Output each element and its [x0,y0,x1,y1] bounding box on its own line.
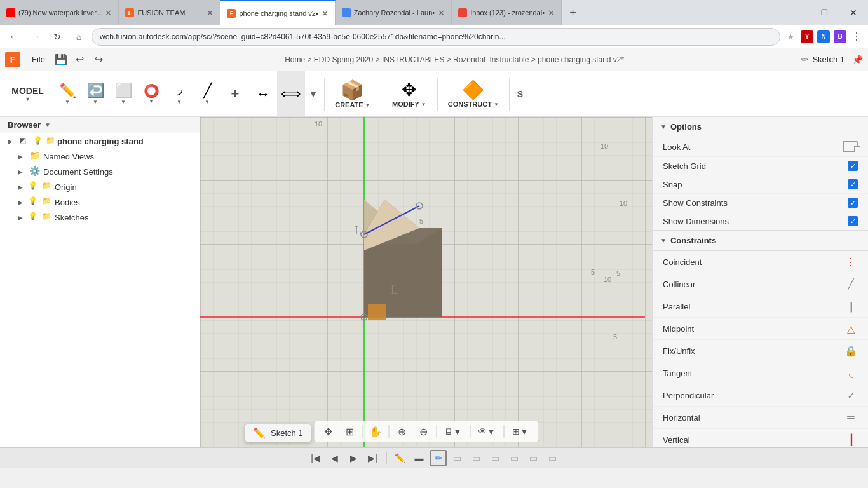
nav-sketch-edit[interactable]: ✏️ [392,450,409,466]
canvas-area[interactable]: 10 5 5 5 5 10 10 [200,117,652,447]
nav-next-end[interactable]: ▶| [365,450,381,466]
vertical-label: Vertical [663,435,690,445]
sketch-grid-item[interactable]: Sketch Grid ✓ [653,157,868,175]
nav-icon5[interactable]: ▭ [468,450,485,466]
construct-group[interactable]: 🔶 CONSTRUCT ▼ [440,71,506,117]
toolbar-undo[interactable]: ↩ [72,51,88,68]
show-constraints-checkbox[interactable]: ✓ [848,198,858,208]
create-group[interactable]: 📦 CREATE ▼ [327,71,378,117]
refresh-btn[interactable]: ↻ [48,28,66,46]
tab-zachary-label: Zachary Rozendal - Laun• [354,9,435,17]
inspect-group[interactable]: S [512,71,528,117]
modify-group[interactable]: ✥ MODIFY ▼ [384,71,435,117]
vc-copy[interactable]: ⊞ [339,423,360,440]
tool-rect[interactable]: ⬜ ▼ [109,71,137,117]
sketch-popup[interactable]: ✏️ Sketch 1 [245,424,311,442]
show-dimensions-item[interactable]: Show Dimensions ✓ [653,212,868,231]
snap-item[interactable]: Snap ✓ [653,175,868,194]
vc-display[interactable]: 🖥▼ [439,423,467,440]
tool-circle[interactable]: ⭕ ▼ [137,71,165,117]
file-menu[interactable]: File [27,53,50,65]
show-constraints-item[interactable]: Show Constraints ✓ [653,194,868,212]
tab-yt[interactable]: (79) New waterpark inver... ✕ [0,0,119,25]
nav-icon7[interactable]: ▭ [506,450,523,466]
tool-undo[interactable]: ↩️ ▼ [81,71,109,117]
restore-btn[interactable]: ❐ [810,0,839,25]
ext-icon2[interactable]: N [817,30,830,43]
look-at-label: Look At [663,142,690,152]
tab-yt-close[interactable]: ✕ [105,8,112,18]
vc-pan[interactable]: ✋ [365,423,386,440]
tree-root[interactable]: ▶ ◩ 💡 📁 phone charging stand [0,133,200,149]
ext-icon1[interactable]: Y [801,30,813,43]
vc-grid[interactable]: ⊞▼ [506,423,534,440]
tab-zachary[interactable]: Zachary Rozendal - Laun• ✕ [336,0,452,25]
address-input[interactable] [92,28,780,46]
options-section-header[interactable]: ▼ Options [653,117,868,137]
show-dimensions-checkbox[interactable]: ✓ [848,216,858,226]
perpendicular-label: Perpendicular [663,391,714,400]
tab-fusion2-close[interactable]: ✕ [322,9,329,18]
constraint-tangent[interactable]: Tangent ◟ [653,362,868,384]
toolbar-save[interactable]: 💾 [53,51,69,68]
vc-move[interactable]: ✥ [318,423,338,440]
constraint-vertical[interactable]: Vertical ║ [653,429,868,447]
constraint-horizontal[interactable]: Horizontal ═ [653,407,868,429]
home-btn[interactable]: ⌂ [70,28,88,46]
pin-icon[interactable]: 📌 [852,55,863,65]
tab-gmail[interactable]: Inbox (123) - zrozendal• ✕ [452,0,562,25]
constraint-midpoint[interactable]: Midpoint △ [653,318,868,340]
tool-arc[interactable]: ◜ ▼ [165,71,193,117]
browser-header[interactable]: Browser ▼ [0,117,200,133]
sketch-tool-icon: ✏️ [59,83,76,99]
star-icon[interactable]: ★ [784,30,797,43]
nav-sketch2[interactable]: ✏ [430,450,447,466]
tab-zachary-close[interactable]: ✕ [438,8,445,18]
tree-named-views[interactable]: ▶ 📁 Named Views [0,149,200,164]
constraint-perpendicular[interactable]: Perpendicular ✓ [653,384,868,407]
tab-fusion1[interactable]: F FUSION TEAM ✕ [119,0,220,25]
tab-fusion1-close[interactable]: ✕ [207,8,214,18]
nav-icon8[interactable]: ▭ [526,450,542,466]
tab-fusion2[interactable]: F phone charging stand v2• ✕ [220,0,335,25]
nav-icon4[interactable]: ▭ [449,450,466,466]
minimize-btn[interactable]: — [780,0,810,25]
nav-prev[interactable]: ◀ [327,450,343,466]
tool-mirror[interactable]: ⟺ [277,71,305,117]
constraints-section-header[interactable]: ▼ Constraints [653,231,868,251]
new-tab-btn[interactable]: + [562,0,584,25]
tree-doc-settings[interactable]: ▶ ⚙️ Document Settings [0,164,200,179]
constraint-coincident[interactable]: Coincident ⋮ [653,251,868,273]
tree-origin[interactable]: ▶ 💡 📁 Origin [0,179,200,194]
toolbar-redo[interactable]: ↪ [91,51,107,68]
vc-zoomin[interactable]: ⊕ [391,423,412,440]
nav-icon9[interactable]: ▭ [545,450,561,466]
vc-zoomout[interactable]: ⊖ [413,423,433,440]
tool-sketch[interactable]: ✏️ ▼ [53,71,81,117]
nav-prev-start[interactable]: |◀ [308,450,324,466]
back-btn[interactable]: ← [5,28,23,46]
constraint-collinear[interactable]: Collinear ╱ [653,273,868,295]
constraint-parallel[interactable]: Parallel ∥ [653,295,868,318]
inspect-label: S [517,89,523,99]
tool-more[interactable]: ▼ [305,71,322,117]
model-mode-btn[interactable]: MODEL ▼ [3,71,53,117]
constraint-fixunfix[interactable]: Fix/Unfix 🔒 [653,340,868,362]
nav-icon6[interactable]: ▭ [487,450,504,466]
ext-icon3[interactable]: B [834,30,846,43]
snap-checkbox[interactable]: ✓ [848,179,858,189]
tool-dim[interactable]: ↔ [249,71,277,117]
tool-line[interactable]: ╱ ▼ [193,71,221,117]
look-at-item[interactable]: Look At [653,137,868,157]
tree-bodies[interactable]: ▶ 💡 📁 Bodies [0,194,200,210]
close-btn[interactable]: ✕ [839,0,868,25]
tab-gmail-close[interactable]: ✕ [548,8,555,18]
nav-next[interactable]: ▶ [346,450,362,466]
tool-point[interactable]: + [221,71,249,117]
sketch-grid-checkbox[interactable]: ✓ [848,161,858,171]
nav-body-icon[interactable]: ▬ [411,450,428,466]
tree-sketches[interactable]: ▶ 💡 📁 Sketches [0,210,200,225]
vc-view[interactable]: 👁▼ [473,423,501,440]
menu-icon[interactable]: ⋮ [850,30,863,43]
forward-btn[interactable]: → [27,28,44,46]
